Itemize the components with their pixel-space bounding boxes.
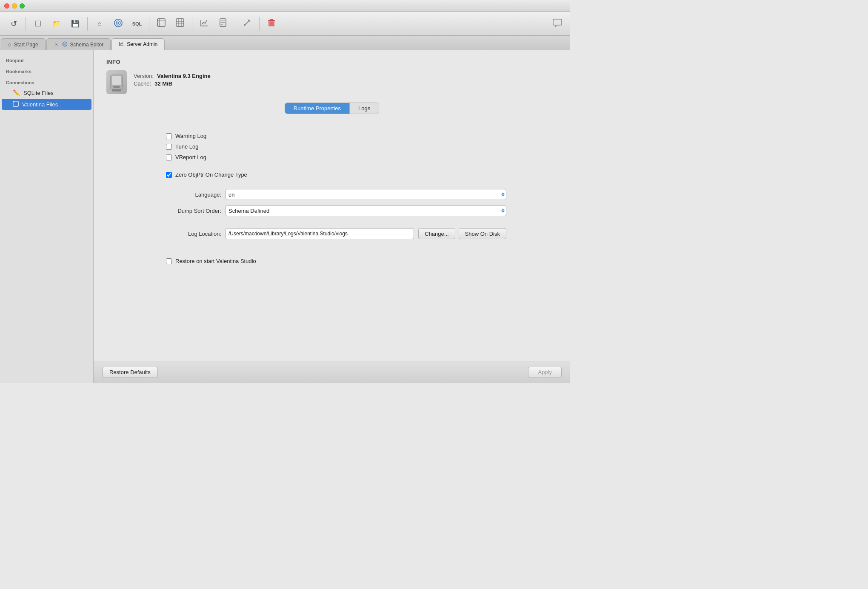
chat-icon <box>552 17 562 30</box>
zero-objptr-row: Zero ObjPtr On Change Type <box>157 172 506 178</box>
vreport-log-row: VReport Log <box>157 154 506 160</box>
maximize-button[interactable] <box>20 3 25 9</box>
tab-start-page[interactable]: ⌂ Start Page <box>1 38 46 50</box>
valentina-files-icon <box>13 101 19 108</box>
chat-btn[interactable] <box>550 16 565 31</box>
sidebar-item-valentina-files[interactable]: Valentina Files <box>2 99 91 110</box>
connections-section-label: Connections <box>0 76 93 87</box>
toolbar-separator-2 <box>87 17 88 31</box>
vreport-log-checkbox[interactable] <box>166 154 172 160</box>
spacer-2 <box>157 182 506 189</box>
schema-icon <box>157 18 166 29</box>
content-inner: INFO Version: Valentina 9.3 Engine <box>94 50 570 361</box>
traffic-lights <box>4 3 25 9</box>
logs-btn[interactable]: Logs <box>349 103 379 114</box>
cache-value: 32 MiB <box>154 80 172 87</box>
connect-icon <box>114 18 123 29</box>
svg-rect-30 <box>113 86 120 88</box>
titlebar <box>0 0 570 12</box>
apply-btn[interactable]: Apply <box>528 367 562 378</box>
tune-log-row: Tune Log <box>157 143 506 150</box>
toggle-group: Runtime Properties Logs <box>285 103 379 114</box>
schema-btn[interactable] <box>153 15 170 32</box>
change-btn[interactable]: Change... <box>418 228 455 239</box>
sidebar-item-sqlite-files[interactable]: ✏️ SQLite Files <box>2 87 91 98</box>
trash-icon <box>267 18 276 29</box>
toolbar-separator-6 <box>259 17 260 31</box>
dump-sort-select-wrapper: Schema Defined Alphabetical <box>226 205 506 216</box>
toolbar-separator-5 <box>235 17 235 31</box>
sql-btn[interactable]: SQL <box>128 15 146 32</box>
spacer-5 <box>157 251 506 258</box>
log-location-label: Log Location: <box>157 231 226 237</box>
svg-rect-3 <box>157 19 165 26</box>
save-btn[interactable]: 💾 <box>67 15 84 32</box>
server-admin-tab-label: Server Admin <box>127 41 157 47</box>
svg-rect-29 <box>112 76 121 85</box>
zero-objptr-checkbox[interactable] <box>166 172 172 178</box>
show-on-disk-btn[interactable]: Show On Disk <box>459 228 506 239</box>
zero-objptr-label[interactable]: Zero ObjPtr On Change Type <box>175 172 247 178</box>
tune-log-checkbox[interactable] <box>166 144 172 150</box>
warning-log-checkbox[interactable] <box>166 133 172 139</box>
picker-btn[interactable] <box>239 15 256 32</box>
tune-log-label[interactable]: Tune Log <box>175 143 198 150</box>
query-icon <box>200 18 209 29</box>
close-button[interactable] <box>4 3 9 9</box>
new-file-btn[interactable]: ☐ <box>29 15 46 32</box>
main-layout: Bonjour Bookmarks Connections ✏️ SQLite … <box>0 50 570 383</box>
folder-icon: 📁 <box>52 20 61 28</box>
minimize-button[interactable] <box>12 3 17 9</box>
schema-editor-tab-label: Schema Editor <box>70 42 104 48</box>
warning-log-row: Warning Log <box>157 133 506 139</box>
version-label: Version: <box>134 73 154 79</box>
bottom-bar: Restore Defaults Apply <box>94 361 570 383</box>
home-btn[interactable]: ⌂ <box>91 15 108 32</box>
restore-on-start-checkbox[interactable] <box>166 258 172 264</box>
bonjour-section-label: Bonjour <box>0 54 93 65</box>
back-icon: ↺ <box>11 19 17 29</box>
info-title: INFO <box>106 59 557 65</box>
table-btn[interactable] <box>171 15 188 32</box>
restore-defaults-btn[interactable]: Restore Defaults <box>102 367 158 378</box>
version-value: Valentina 9.3 Engine <box>157 73 211 79</box>
language-label: Language: <box>157 192 226 198</box>
trash-btn[interactable] <box>263 15 280 32</box>
svg-point-2 <box>117 22 119 24</box>
start-page-tab-icon: ⌂ <box>8 41 11 48</box>
toolbar: ↺ ☐ 📁 💾 ⌂ SQL <box>0 12 570 36</box>
log-location-input[interactable] <box>226 228 414 239</box>
home-icon: ⌂ <box>97 20 102 28</box>
dump-sort-label: Dump Sort Order: <box>157 208 226 214</box>
table-icon <box>175 18 185 29</box>
tabs-bar: ⌂ Start Page ✕ Schema Editor Server Admi… <box>0 36 570 50</box>
svg-point-26 <box>64 43 65 44</box>
toolbar-separator-4 <box>192 17 192 31</box>
connect-btn[interactable] <box>110 15 127 32</box>
svg-rect-27 <box>13 101 18 106</box>
form-section: Warning Log Tune Log VReport Log Zero Ob… <box>157 133 506 264</box>
runtime-properties-btn[interactable]: Runtime Properties <box>285 103 349 114</box>
svg-rect-6 <box>176 19 184 26</box>
dump-sort-select[interactable]: Schema Defined Alphabetical <box>226 205 506 216</box>
tab-schema-editor[interactable]: ✕ Schema Editor <box>46 38 111 50</box>
tab-server-admin[interactable]: Server Admin <box>111 38 165 50</box>
restore-on-start-label[interactable]: Restore on start Valentina Studio <box>175 258 256 264</box>
version-row: Version: Valentina 9.3 Engine <box>134 73 211 79</box>
warning-log-label[interactable]: Warning Log <box>175 133 206 139</box>
tab-close-schema-editor[interactable]: ✕ <box>54 42 60 48</box>
back-btn[interactable]: ↺ <box>5 15 22 32</box>
svg-rect-20 <box>270 19 273 20</box>
report-icon <box>218 18 228 29</box>
new-folder-btn[interactable]: 📁 <box>48 15 65 32</box>
cache-row: Cache: 32 MiB <box>134 80 211 87</box>
report-btn[interactable] <box>214 15 231 32</box>
language-select[interactable]: en de fr es <box>226 189 506 200</box>
sidebar: Bonjour Bookmarks Connections ✏️ SQLite … <box>0 50 94 383</box>
svg-point-17 <box>244 24 246 26</box>
vreport-log-label[interactable]: VReport Log <box>175 154 206 160</box>
schema-editor-tab-icon <box>62 41 68 48</box>
query-btn[interactable] <box>196 15 213 32</box>
start-page-tab-label: Start Page <box>14 42 38 48</box>
picker-icon <box>243 18 252 29</box>
